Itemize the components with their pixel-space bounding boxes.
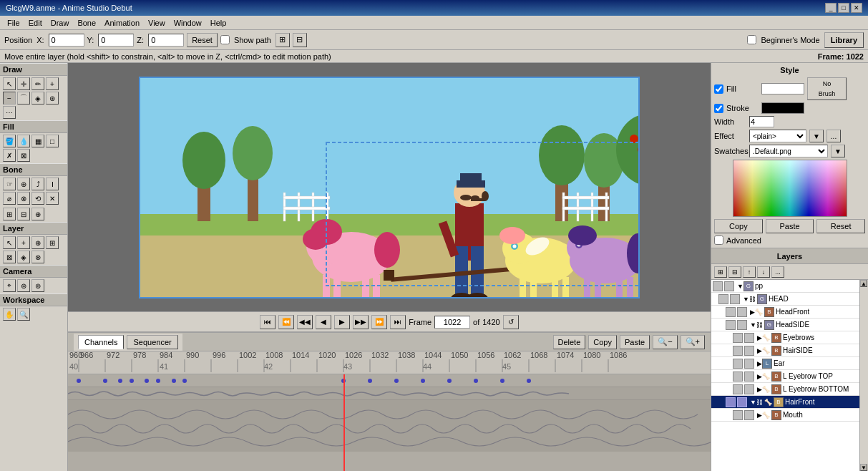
- go-to-end-button[interactable]: ⏭: [390, 315, 406, 329]
- step-back-button[interactable]: ◀◀: [297, 315, 313, 329]
- minimize-button[interactable]: _: [825, 3, 837, 13]
- canvas-area[interactable]: [68, 63, 711, 311]
- menu-draw[interactable]: Draw: [47, 17, 74, 29]
- layer-expand-headfront[interactable]: ▶: [750, 309, 755, 316]
- tool-transform[interactable]: ✛: [17, 77, 30, 90]
- layer-expand-leyebrow-bottom[interactable]: ▶: [757, 386, 762, 393]
- tool-curvature[interactable]: ⌒: [17, 92, 30, 105]
- layer-eye-ear[interactable]: [733, 359, 743, 369]
- advanced-checkbox[interactable]: [714, 235, 723, 245]
- layer-eye2-leyebrow-top[interactable]: [744, 372, 754, 382]
- close-button[interactable]: ✕: [851, 3, 862, 13]
- layer-expand-hairside[interactable]: ▶: [757, 347, 762, 354]
- stroke-checkbox[interactable]: [714, 104, 723, 113]
- tool-bone-r3[interactable]: ⊕: [31, 208, 44, 220]
- no-brush-button[interactable]: NoBrush: [807, 77, 847, 100]
- menu-file[interactable]: File: [3, 17, 24, 29]
- library-button[interactable]: Library: [824, 32, 864, 48]
- copy-button[interactable]: Copy: [588, 335, 617, 349]
- scroll-up-button[interactable]: ▲: [860, 280, 867, 287]
- tool-layer-x3[interactable]: ⊗: [31, 251, 44, 263]
- layer-eye-leyebrow-bottom[interactable]: [733, 384, 743, 394]
- tool-bone-x[interactable]: ✕: [46, 192, 59, 205]
- layer-eye2-headside[interactable]: [737, 320, 747, 330]
- layer-eye-head[interactable]: [718, 294, 728, 304]
- show-path-checkbox[interactable]: [220, 35, 230, 44]
- tool-draw[interactable]: ✏: [31, 77, 44, 90]
- menu-help[interactable]: Help: [206, 17, 231, 29]
- tool-camera-2[interactable]: ⊛: [17, 279, 30, 292]
- layer-head[interactable]: ▼ ⛓ G HEAD: [711, 293, 859, 306]
- copy-style-button[interactable]: Copy: [714, 219, 763, 233]
- tool-layer-select[interactable]: ↖: [3, 236, 16, 249]
- tool-bone-reparent[interactable]: ⤴: [31, 178, 44, 190]
- z-input[interactable]: [148, 34, 184, 47]
- more-button[interactable]: ▼: [809, 130, 824, 142]
- tool-shape[interactable]: □: [46, 135, 59, 147]
- fill-color-swatch[interactable]: [761, 83, 804, 94]
- layer-eye2-eyebrows[interactable]: [744, 333, 754, 343]
- tool-bone-r1[interactable]: ⊞: [3, 208, 16, 220]
- tool-layer-add[interactable]: +: [17, 236, 30, 249]
- tool-camera-3[interactable]: ⊚: [31, 279, 44, 292]
- layer-ear[interactable]: ▶ L Ear: [711, 357, 859, 370]
- tool-hide[interactable]: ◈: [31, 92, 44, 105]
- paste-style-button[interactable]: Paste: [766, 219, 814, 233]
- layer-leyebrow-top[interactable]: ▶ 🦴 B L Eyebrow TOP: [711, 370, 859, 383]
- menu-bone[interactable]: Bone: [73, 17, 100, 29]
- tool-layer-x1[interactable]: ⊠: [3, 251, 16, 263]
- maximize-button[interactable]: □: [838, 3, 849, 13]
- loop-button[interactable]: ↺: [503, 315, 519, 329]
- layer-expand-headside[interactable]: ▼: [750, 321, 756, 329]
- delete-button[interactable]: Delete: [553, 335, 586, 349]
- timeline-content[interactable]: 960 966 972 978 984 990 996: [68, 351, 711, 471]
- tool-bone-rename[interactable]: Ⅰ: [46, 178, 59, 190]
- swatches-select[interactable]: .Default.png: [749, 145, 828, 157]
- layer-headfront[interactable]: ▶ 🦴 B HeadFront: [711, 306, 859, 319]
- layer-eye2-hairside[interactable]: [744, 346, 754, 356]
- menu-view[interactable]: View: [144, 17, 170, 29]
- tool-layer-x2[interactable]: ◈: [17, 251, 30, 263]
- layer-eye2-headfront[interactable]: [737, 307, 747, 317]
- step-forward-button[interactable]: ▶▶: [353, 315, 369, 329]
- tool-paint[interactable]: 🪣: [3, 135, 16, 147]
- layer-eye2-pp[interactable]: [724, 281, 734, 291]
- reset-button[interactable]: Reset: [187, 33, 218, 47]
- tool-gradient[interactable]: ▦: [31, 135, 44, 147]
- layers-tool-1[interactable]: ⊞: [714, 266, 727, 278]
- y-input[interactable]: [98, 34, 134, 47]
- layer-hairside[interactable]: ▶ 🦴 B HairSIDE: [711, 344, 859, 357]
- layer-eye-headside[interactable]: [726, 320, 736, 330]
- extra-button[interactable]: ...: [826, 130, 841, 142]
- layers-scrollbar[interactable]: ▲ ▼: [859, 280, 868, 471]
- tab-sequencer[interactable]: Sequencer: [127, 335, 177, 349]
- layer-eye-leyebrow-top[interactable]: [733, 372, 743, 382]
- layer-eyebrows[interactable]: ▶ 🦴 B Eyebrows: [711, 331, 859, 344]
- effect-select[interactable]: <plain>: [749, 130, 806, 142]
- zoom-out-timeline-button[interactable]: 🔍−: [653, 335, 677, 349]
- layer-expand-leyebrow-top[interactable]: ▶: [757, 373, 762, 380]
- layer-expand-hairfront[interactable]: ▼: [750, 399, 756, 406]
- play-reverse-button[interactable]: ◀: [316, 315, 331, 329]
- swatches-more-button[interactable]: ▼: [831, 145, 845, 157]
- reset-style-button[interactable]: Reset: [816, 219, 865, 233]
- beginner-mode-checkbox[interactable]: [747, 35, 756, 44]
- next-keyframe-button[interactable]: ⏩: [371, 315, 387, 329]
- layer-eye2-ear[interactable]: [744, 359, 754, 369]
- tool-camera-1[interactable]: ⌖: [3, 279, 16, 292]
- paste-button[interactable]: Paste: [620, 335, 650, 349]
- tool-bone-select[interactable]: ☞: [3, 178, 16, 190]
- menu-animation[interactable]: Animation: [100, 17, 144, 29]
- layer-expand-mouth[interactable]: ▶: [757, 412, 762, 419]
- tool-layer-zoom[interactable]: ⊕: [31, 236, 44, 249]
- current-frame-input[interactable]: [434, 316, 470, 329]
- tool-noise[interactable]: ⋯: [3, 106, 16, 119]
- tool-select[interactable]: ↖: [3, 77, 16, 90]
- color-picker[interactable]: [733, 160, 847, 217]
- tool-bone-constraint[interactable]: ⊗: [17, 192, 30, 205]
- tool-layer-new[interactable]: ⊞: [46, 236, 59, 249]
- layer-eye2-leyebrow-bottom[interactable]: [744, 384, 754, 394]
- layer-eye-pp[interactable]: [713, 281, 723, 291]
- tool-bone-ik[interactable]: ⌀: [3, 192, 16, 205]
- layer-eye2-hairfront[interactable]: [737, 397, 747, 407]
